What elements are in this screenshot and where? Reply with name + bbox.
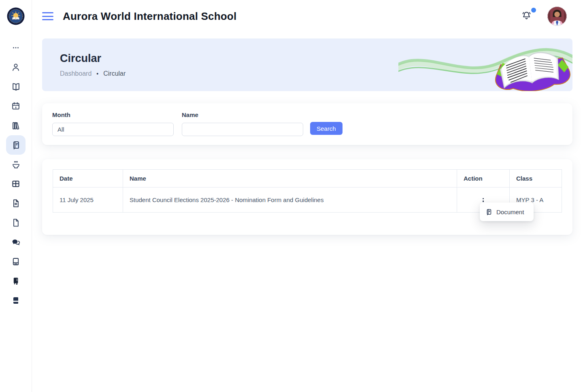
sidebar-item-profile[interactable] xyxy=(6,58,26,77)
meal-icon xyxy=(11,160,21,170)
month-label: Month xyxy=(52,111,174,118)
sidebar-item-reports[interactable] xyxy=(6,194,26,213)
sidebar-item-calendar[interactable] xyxy=(6,96,26,116)
search-button[interactable]: Search xyxy=(310,122,343,135)
sidebar-item-more[interactable] xyxy=(6,38,26,58)
breadcrumb: Dashboard • Circular xyxy=(60,70,572,77)
notification-badge xyxy=(531,8,536,13)
banner-title: Circular xyxy=(60,52,572,65)
sidebar-item-meals[interactable] xyxy=(6,155,26,174)
sidebar-item-library[interactable] xyxy=(6,116,26,135)
open-book-icon xyxy=(11,82,21,92)
month-field-group: Month xyxy=(52,111,174,136)
book-illustration xyxy=(398,38,572,91)
sidebar-item-messages[interactable] xyxy=(6,232,26,252)
library-icon xyxy=(11,121,21,131)
name-label: Name xyxy=(182,111,303,118)
dropdown-item-document[interactable]: Document xyxy=(496,209,524,215)
sidebar-item-circular[interactable] xyxy=(6,135,26,155)
app-root: Aurora World International School xyxy=(0,0,583,392)
breadcrumb-current: Circular xyxy=(103,70,126,77)
file-icon xyxy=(11,218,21,228)
circular-notebook-icon xyxy=(11,140,21,150)
sidebar-item-homework[interactable] xyxy=(6,252,26,271)
reader-icon xyxy=(11,257,21,266)
page-banner: Circular Dashboard • Circular xyxy=(42,38,572,91)
sidebar-item-courses[interactable] xyxy=(6,77,26,96)
sidebar-item-handbook[interactable] xyxy=(6,291,26,310)
calendar-icon xyxy=(11,101,21,111)
table-header-row: Date Name Action Class xyxy=(53,170,562,187)
document-icon xyxy=(485,208,493,216)
column-header-class: Class xyxy=(510,170,562,187)
breadcrumb-separator: • xyxy=(96,70,98,77)
top-header: Aurora World International School xyxy=(32,0,583,32)
avatar-image xyxy=(547,6,567,26)
user-avatar[interactable] xyxy=(547,6,567,26)
file-text-icon xyxy=(11,198,21,208)
book-icon xyxy=(11,296,21,305)
cell-name: Student Council Elections 2025-2026 - No… xyxy=(123,187,457,213)
sidebar xyxy=(0,0,32,392)
name-field-group: Name xyxy=(182,111,303,136)
school-logo[interactable] xyxy=(7,7,25,25)
name-input[interactable] xyxy=(182,123,303,136)
filter-panel: Month Name Search xyxy=(42,103,572,145)
user-icon xyxy=(11,62,21,72)
sidebar-nav xyxy=(6,38,26,310)
breadcrumb-dashboard-link[interactable]: Dashboard xyxy=(60,70,91,77)
sidebar-item-documents[interactable] xyxy=(6,213,26,232)
sidebar-item-timetable[interactable] xyxy=(6,174,26,194)
column-header-action: Action xyxy=(457,170,510,187)
page-title: Aurora World International School xyxy=(63,10,236,23)
month-select[interactable] xyxy=(52,123,174,136)
header-actions xyxy=(521,6,583,26)
action-dropdown: Document xyxy=(480,202,534,221)
notifications-button[interactable] xyxy=(521,10,532,23)
chat-icon xyxy=(11,237,21,247)
more-icon xyxy=(11,43,20,52)
device-icon xyxy=(11,276,21,286)
column-header-date: Date xyxy=(53,170,123,187)
circular-table-panel: Date Name Action Class 11 July 2025 Stud… xyxy=(42,159,572,235)
grid-icon xyxy=(11,179,21,189)
column-header-name: Name xyxy=(123,170,457,187)
cell-date: 11 July 2025 xyxy=(53,187,123,213)
hamburger-menu-icon[interactable] xyxy=(42,12,53,20)
main-area: Aurora World International School xyxy=(32,0,583,392)
sidebar-item-devices[interactable] xyxy=(6,271,26,291)
bell-icon xyxy=(521,10,532,21)
